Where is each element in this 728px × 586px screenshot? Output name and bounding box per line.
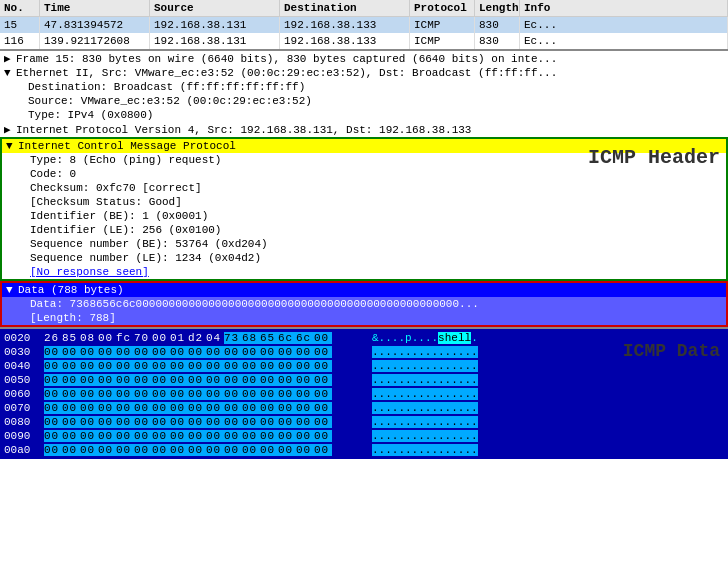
hex-bytes: 00 00 00 00 00 00 00 00 00 00 00 00 00 0…	[44, 430, 364, 442]
hex-byte: 00	[80, 360, 98, 372]
hex-byte: 00	[242, 444, 260, 456]
packet-list: No. Time Source Destination Protocol Len…	[0, 0, 728, 49]
hex-byte: 00	[296, 444, 314, 456]
hex-row: 009000 00 00 00 00 00 00 00 00 00 00 00 …	[0, 429, 728, 443]
hex-byte: 00	[62, 444, 80, 456]
hex-byte: 00	[44, 360, 62, 372]
hex-offset: 0020	[4, 332, 40, 344]
hex-ascii: ................	[372, 430, 478, 442]
hex-byte: 00	[314, 346, 332, 358]
hex-row: 008000 00 00 00 00 00 00 00 00 00 00 00 …	[0, 415, 728, 429]
hex-byte: 00	[170, 444, 188, 456]
hex-panel: 002026 85 08 00 fc 70 00 01 d2 04 73 68 …	[0, 329, 728, 459]
hex-byte: 00	[242, 430, 260, 442]
hex-byte: 00	[98, 360, 116, 372]
tree-frame[interactable]: ▶Frame 15: 830 bytes on wire (6640 bits)…	[0, 51, 728, 66]
hex-byte: 00	[134, 402, 152, 414]
hex-bytes: 00 00 00 00 00 00 00 00 00 00 00 00 00 0…	[44, 402, 364, 414]
hex-byte: 00	[296, 402, 314, 414]
hex-byte: 00	[242, 374, 260, 386]
hex-byte: 00	[98, 388, 116, 400]
hex-byte: 00	[116, 430, 134, 442]
hex-byte: 00	[44, 430, 62, 442]
hex-byte: 00	[80, 374, 98, 386]
hex-byte: 00	[206, 388, 224, 400]
hex-byte: fc	[116, 332, 134, 344]
hex-byte: 04	[206, 332, 224, 344]
hex-byte: 00	[62, 388, 80, 400]
hex-byte: 00	[224, 360, 242, 372]
cell-dest: 192.168.38.133	[280, 17, 410, 33]
tree-ethernet-label: Ethernet II, Src: VMware_ec:e3:52 (00:0c…	[16, 67, 557, 79]
hex-byte: 00	[296, 360, 314, 372]
hex-ascii: ................	[372, 374, 478, 386]
hex-byte: 00	[278, 388, 296, 400]
tree-ip-label: Internet Protocol Version 4, Src: 192.16…	[16, 124, 471, 136]
packet-row[interactable]: 116 139.921172608 192.168.38.131 192.168…	[0, 33, 728, 49]
cell-len: 830	[475, 33, 520, 49]
hex-byte: 00	[206, 374, 224, 386]
hex-byte: 00	[314, 416, 332, 428]
hex-ascii: ................	[372, 360, 478, 372]
hex-byte: 00	[98, 416, 116, 428]
hex-byte: 00	[296, 388, 314, 400]
hex-byte: 00	[152, 416, 170, 428]
hex-byte: 00	[134, 416, 152, 428]
tree-ip[interactable]: ▶Internet Protocol Version 4, Src: 192.1…	[0, 122, 728, 137]
hex-byte: 00	[188, 444, 206, 456]
packet-row[interactable]: 15 47.831394572 192.168.38.131 192.168.3…	[0, 17, 728, 33]
hex-byte: 00	[62, 360, 80, 372]
col-header-length: Length	[475, 0, 520, 16]
hex-byte: 00	[170, 430, 188, 442]
tree-ethernet[interactable]: ▼Ethernet II, Src: VMware_ec:e3:52 (00:0…	[0, 66, 728, 80]
tree-eth-src: Source: VMware_ec:e3:52 (00:0c:29:ec:e3:…	[0, 94, 728, 108]
hex-byte: 00	[278, 430, 296, 442]
cell-source: 192.168.38.131	[150, 33, 280, 49]
col-header-source: Source	[150, 0, 280, 16]
hex-byte: 00	[152, 332, 170, 344]
hex-byte: 00	[62, 416, 80, 428]
cell-info: Ec...	[520, 33, 728, 49]
hex-ascii: ................	[372, 444, 478, 456]
hex-byte: 00	[98, 346, 116, 358]
hex-byte: 00	[314, 374, 332, 386]
col-header-dest: Destination	[280, 0, 410, 16]
hex-row: 00a000 00 00 00 00 00 00 00 00 00 00 00 …	[0, 443, 728, 457]
hex-ascii: ................	[372, 346, 478, 358]
tree-icmp-child: Sequence number (LE): 1234 (0x04d2)	[2, 251, 726, 265]
packet-rows[interactable]: 15 47.831394572 192.168.38.131 192.168.3…	[0, 17, 728, 49]
hex-byte: 68	[242, 332, 260, 344]
hex-byte: 01	[170, 332, 188, 344]
hex-byte: 00	[134, 360, 152, 372]
hex-byte: 00	[80, 430, 98, 442]
hex-byte: 00	[152, 444, 170, 456]
hex-byte: 00	[116, 388, 134, 400]
hex-ascii: &....p....shell.	[372, 332, 478, 344]
hex-byte: 00	[188, 430, 206, 442]
cell-no: 116	[0, 33, 40, 49]
hex-byte: 00	[206, 360, 224, 372]
hex-byte: 00	[260, 430, 278, 442]
hex-offset: 0070	[4, 402, 40, 414]
hex-byte: 00	[206, 444, 224, 456]
hex-byte: 00	[260, 402, 278, 414]
hex-byte: 00	[44, 388, 62, 400]
hex-byte: 00	[242, 360, 260, 372]
hex-byte: 00	[80, 416, 98, 428]
hex-byte: 00	[98, 374, 116, 386]
hex-byte: 00	[98, 332, 116, 344]
hex-offset: 0030	[4, 346, 40, 358]
hex-byte: 70	[134, 332, 152, 344]
hex-byte: 00	[116, 444, 134, 456]
hex-byte: 00	[98, 444, 116, 456]
tree-data[interactable]: ▼Data (788 bytes)	[2, 283, 726, 297]
hex-byte: 00	[170, 360, 188, 372]
data-children: Data: 7368656c6c000000000000000000000000…	[2, 297, 726, 325]
hex-row: 003000 00 00 00 00 00 00 00 00 00 00 00 …	[0, 345, 728, 359]
hex-byte: 00	[152, 374, 170, 386]
hex-byte: 08	[80, 332, 98, 344]
hex-byte: 00	[62, 430, 80, 442]
hex-byte: 00	[134, 444, 152, 456]
hex-byte: 26	[44, 332, 62, 344]
hex-byte: 00	[170, 346, 188, 358]
